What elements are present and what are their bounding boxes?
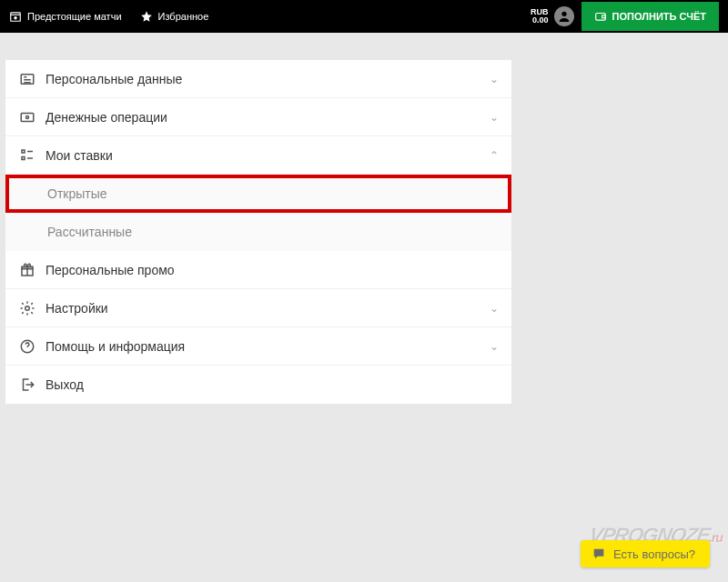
chevron-down-icon: ⌄ <box>490 340 499 353</box>
star-icon <box>140 10 153 23</box>
topup-label: ПОПОЛНИТЬ СЧЁТ <box>612 11 706 22</box>
nav-upcoming-matches[interactable]: Предстоящие матчи <box>9 10 122 23</box>
money-icon <box>18 109 36 125</box>
watermark-suffix: .ru <box>707 530 723 545</box>
balance-amount: 0.00 <box>531 16 549 25</box>
account-menu-panel: Персональные данные ⌄ Денежные операции … <box>5 60 511 404</box>
menu-personal-data[interactable]: Персональные данные ⌄ <box>5 60 511 98</box>
submenu-label: Рассчитанные <box>47 225 132 239</box>
topup-button[interactable]: ПОПОЛНИТЬ СЧЁТ <box>581 2 719 31</box>
balance-display: RUB 0.00 <box>531 8 549 25</box>
help-icon <box>18 338 36 355</box>
user-icon <box>557 9 571 24</box>
chevron-down-icon: ⌄ <box>490 73 499 85</box>
menu-help-info[interactable]: Помощь и информация ⌄ <box>5 327 511 366</box>
menu-label: Денежные операции <box>46 110 490 125</box>
chevron-up-icon: ⌃ <box>490 149 499 162</box>
nav-upcoming-label: Предстоящие матчи <box>27 11 122 22</box>
submenu-label: Открытые <box>47 186 107 201</box>
svg-rect-8 <box>22 150 25 153</box>
menu-label: Настройки <box>46 301 490 316</box>
top-bar: Предстоящие матчи Избранное RUB 0.00 ПОП… <box>0 0 728 33</box>
menu-label: Выход <box>46 377 499 392</box>
help-chat-label: Есть вопросы? <box>613 547 695 561</box>
menu-personal-promo[interactable]: Персональные промо <box>5 251 511 289</box>
list-icon <box>18 147 36 164</box>
menu-money-operations[interactable]: Денежные операции ⌄ <box>5 98 511 136</box>
help-chat-button[interactable]: Есть вопросы? <box>581 540 710 567</box>
calendar-icon <box>9 10 22 23</box>
submenu-settled-bets[interactable]: Рассчитанные <box>5 213 511 251</box>
chat-icon <box>592 547 606 561</box>
chevron-down-icon: ⌄ <box>490 302 499 315</box>
nav-favorites-label: Избранное <box>158 11 209 22</box>
submenu-open-bets[interactable]: Открытые <box>5 175 511 213</box>
topbar-left: Предстоящие матчи Избранное <box>9 10 208 23</box>
menu-logout[interactable]: Выход <box>5 366 511 404</box>
menu-label: Помощь и информация <box>46 339 490 354</box>
my-bets-submenu: Открытые Рассчитанные <box>5 175 511 251</box>
menu-label: Персональные промо <box>46 263 499 277</box>
gear-icon <box>18 300 36 316</box>
svg-rect-3 <box>595 14 605 21</box>
menu-label: Персональные данные <box>46 72 490 86</box>
svg-rect-6 <box>21 113 34 121</box>
menu-settings[interactable]: Настройки ⌄ <box>5 289 511 327</box>
svg-point-7 <box>26 115 29 118</box>
menu-label: Мои ставки <box>46 148 490 163</box>
content-area: Персональные данные ⌄ Денежные операции … <box>0 33 728 404</box>
logout-icon <box>18 376 36 393</box>
user-avatar[interactable] <box>554 6 574 26</box>
menu-my-bets[interactable]: Мои ставки ⌃ <box>5 136 511 175</box>
wallet-icon <box>594 10 607 23</box>
svg-point-2 <box>561 12 566 16</box>
svg-rect-4 <box>602 15 605 18</box>
id-card-icon <box>18 71 36 87</box>
svg-point-1 <box>15 17 16 19</box>
svg-point-11 <box>25 306 30 310</box>
nav-favorites[interactable]: Избранное <box>140 10 209 23</box>
svg-rect-9 <box>22 156 25 159</box>
gift-icon <box>18 262 36 278</box>
chevron-down-icon: ⌄ <box>490 111 499 124</box>
